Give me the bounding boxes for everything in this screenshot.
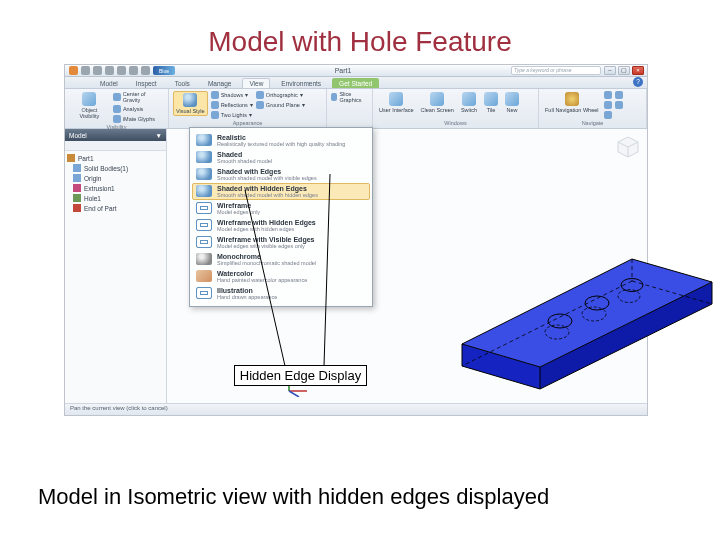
quick-access-toolbar: Blue [65,66,175,75]
browser-tree: Part1 Solid Bodies(1) Origin Extrusion1 … [65,151,166,215]
origin-icon [73,174,81,182]
reflections-icon [211,101,219,109]
style-shaded[interactable]: ShadedSmooth shaded model [192,149,370,166]
style-wireframe-visible[interactable]: Wireframe with Visible EdgesModel edges … [192,234,370,251]
tile-button[interactable]: Tile [482,91,500,114]
svg-rect-5 [73,204,81,212]
qat-save-icon[interactable] [105,66,114,75]
callout-label: Hidden Edge Display [234,365,367,386]
clean-screen-button[interactable]: Clean Screen [419,91,456,114]
tab-manage[interactable]: Manage [201,78,239,88]
tree-node-origin[interactable]: Origin [67,173,164,183]
app-menu-icon[interactable] [69,66,78,75]
slide-caption: Model in Isometric view with hidden edge… [38,484,549,510]
shaded-edges-icon [196,168,212,180]
monochrome-icon [196,253,212,265]
browser-toolbar[interactable] [65,141,166,151]
home-view-icon[interactable] [615,101,623,109]
switch-icon [462,92,476,106]
tab-inspect[interactable]: Inspect [129,78,164,88]
ui-icon [389,92,403,106]
slice-graphics-button[interactable]: Slice Graphics [331,91,368,103]
ground-plane-button[interactable]: Ground Plane ▾ [256,101,305,109]
panel-navigate-title: Navigate [543,119,642,126]
user-interface-button[interactable]: User Interface [377,91,416,114]
style-watercolor[interactable]: WatercolorHand painted watercolor appear… [192,268,370,285]
object-visibility-button[interactable]: Object Visibility [69,91,110,120]
help-search-input[interactable]: Type a keyword or phrase [511,66,601,75]
qat-redo-icon[interactable] [129,66,138,75]
wireframe-icon [196,202,212,214]
zoom-icon[interactable] [604,101,612,109]
imate-icon [113,115,121,123]
panel-windows-title: Windows [377,119,534,126]
slice-icon [331,93,337,101]
qat-open-icon[interactable] [93,66,102,75]
tab-environments[interactable]: Environments [274,78,328,88]
qat-color-swatch[interactable]: Blue [153,66,175,75]
imate-glyphs-button[interactable]: iMate Glyphs [113,115,164,123]
orbit-icon[interactable] [604,111,612,119]
new-window-button[interactable]: New [503,91,521,114]
style-wireframe-hidden[interactable]: Wireframe with Hidden EdgesModel edges w… [192,217,370,234]
wireframe-visible-icon [196,236,212,248]
tab-view[interactable]: View [242,78,270,88]
visual-style-icon [183,93,197,107]
maximize-button[interactable]: ▢ [618,66,630,75]
qat-new-icon[interactable] [81,66,90,75]
tree-node-part[interactable]: Part1 [67,153,164,163]
svg-rect-2 [73,174,81,182]
style-monochrome[interactable]: MonochromeSimplified monochromatic shade… [192,251,370,268]
panel-appearance: Visual Style Shadows ▾ Reflections ▾ Two… [169,89,327,128]
tab-model[interactable]: Model [93,78,125,88]
switch-windows-button[interactable]: Switch [459,91,479,114]
browser-header[interactable]: Model▼ [65,129,166,141]
shadows-button[interactable]: Shadows ▾ [211,91,253,99]
qat-print-icon[interactable] [141,66,150,75]
new-window-icon [505,92,519,106]
panel-navigate: Full Navigation Wheel Navigate [539,89,647,128]
tab-tools[interactable]: Tools [168,78,197,88]
model-browser: Model▼ Part1 Solid Bodies(1) Origin Extr… [65,129,167,403]
object-visibility-label: Object Visibility [71,107,108,119]
tree-node-extrusion[interactable]: Extrusion1 [67,183,164,193]
center-of-gravity-button[interactable]: Center of Gravity [113,91,164,103]
look-at-icon[interactable] [615,91,623,99]
lights-icon [211,111,219,119]
hole-icon [73,194,81,202]
navigation-wheel-button[interactable]: Full Navigation Wheel [543,91,601,114]
analysis-icon [113,105,121,113]
two-lights-button[interactable]: Two Lights ▾ [211,111,253,119]
tree-node-endofpart[interactable]: End of Part [67,203,164,213]
close-button[interactable]: × [632,66,644,75]
style-realistic[interactable]: RealisticRealistically textured model wi… [192,132,370,149]
viewcube[interactable] [616,135,640,159]
cog-icon [113,93,121,101]
reflections-button[interactable]: Reflections ▾ [211,101,253,109]
svg-rect-4 [73,194,81,202]
help-icon[interactable]: ? [633,77,643,87]
wireframe-hidden-icon [196,219,212,231]
document-title: Part1 [175,67,511,74]
visual-style-label: Visual Style [176,108,205,114]
svg-rect-1 [73,164,81,172]
qat-undo-icon[interactable] [117,66,126,75]
style-illustration[interactable]: IllustrationHand drawn appearance [192,285,370,302]
style-wireframe[interactable]: WireframeModel edges only [192,200,370,217]
minimize-button[interactable]: – [604,66,616,75]
app-window: Blue Part1 Type a keyword or phrase – ▢ … [64,64,648,416]
tab-get-started[interactable]: Get Started [332,78,379,88]
style-shaded-hidden-edges[interactable]: Shaded with Hidden EdgesSmooth shaded mo… [192,183,370,200]
shaded-icon [196,151,212,163]
slide-title: Model with Hole Feature [0,0,720,70]
pan-icon[interactable] [604,91,612,99]
graphics-canvas[interactable]: RealisticRealistically textured model wi… [167,129,647,403]
orthographic-button[interactable]: Orthographic ▾ [256,91,305,99]
visual-style-button[interactable]: Visual Style [173,91,208,116]
tree-node-solidbodies[interactable]: Solid Bodies(1) [67,163,164,173]
analysis-button[interactable]: Analysis [113,105,164,113]
svg-rect-3 [73,184,81,192]
realistic-icon [196,134,212,146]
style-shaded-edges[interactable]: Shaded with EdgesSmooth shaded model wit… [192,166,370,183]
tree-node-hole[interactable]: Hole1 [67,193,164,203]
